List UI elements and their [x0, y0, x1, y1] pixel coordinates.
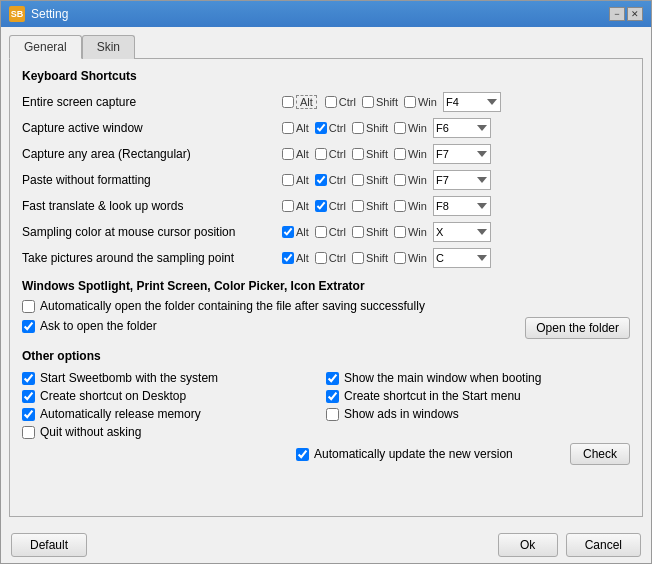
ctrl-checkbox-4[interactable] [315, 174, 327, 186]
ask-open-checkbox[interactable] [22, 320, 35, 333]
ctrl-label-6: Ctrl [329, 226, 346, 238]
shortcut-row-7: Take pictures around the sampling point … [22, 247, 630, 269]
tab-general[interactable]: General [9, 35, 82, 59]
ctrl-checkbox-2[interactable] [315, 122, 327, 134]
key-select-5[interactable]: F8F1 [433, 196, 491, 216]
alt-checkbox-2[interactable] [282, 122, 294, 134]
auto-open-checkbox[interactable] [22, 300, 35, 313]
alt-label-2: Alt [296, 122, 309, 134]
win-label-2: Win [408, 122, 427, 134]
start-system-checkbox[interactable] [22, 372, 35, 385]
alt-checkbox-4[interactable] [282, 174, 294, 186]
shortcut-label-6: Sampling color at mouse cursor position [22, 225, 282, 239]
alt-checkbox-7[interactable] [282, 252, 294, 264]
win-mod-7: Win [394, 252, 427, 264]
win-mod-2: Win [394, 122, 427, 134]
check-button[interactable]: Check [570, 443, 630, 465]
ctrl-mod-5: Ctrl [315, 200, 346, 212]
shortcut-row-1: Entire screen capture Alt Ctrl Shift [22, 91, 630, 113]
shortcut-row-4: Paste without formatting Alt Ctrl Shi [22, 169, 630, 191]
alt-checkbox-1[interactable] [282, 96, 294, 108]
show-ads-checkbox[interactable] [326, 408, 339, 421]
alt-checkbox-3[interactable] [282, 148, 294, 160]
shift-checkbox-3[interactable] [352, 148, 364, 160]
window-content: General Skin Keyboard Shortcuts Entire s… [1, 27, 651, 525]
shift-checkbox-1[interactable] [362, 96, 374, 108]
ctrl-checkbox-1[interactable] [325, 96, 337, 108]
alt-mod-7: Alt [282, 252, 309, 264]
open-folder-button[interactable]: Open the folder [525, 317, 630, 339]
close-button[interactable]: ✕ [627, 7, 643, 21]
modifier-group-3: Alt Ctrl Shift Win [282, 144, 630, 164]
key-select-3[interactable]: F7F1 [433, 144, 491, 164]
start-system-label: Start Sweetbomb with the system [40, 371, 218, 385]
shortcut-label-4: Paste without formatting [22, 173, 282, 187]
auto-update-checkbox[interactable] [296, 448, 309, 461]
settings-window: SB Setting − ✕ General Skin Keyboard Sho… [0, 0, 652, 564]
win-checkbox-5[interactable] [394, 200, 406, 212]
key-select-1[interactable]: F4F1F2F3F5 [443, 92, 501, 112]
win-mod-1: Win [404, 96, 437, 108]
shift-mod-2: Shift [352, 122, 388, 134]
win-label-3: Win [408, 148, 427, 160]
alt-label-6: Alt [296, 226, 309, 238]
shift-label-5: Shift [366, 200, 388, 212]
win-checkbox-3[interactable] [394, 148, 406, 160]
key-select-4[interactable]: F7F1 [433, 170, 491, 190]
win-checkbox-1[interactable] [404, 96, 416, 108]
window-title: Setting [31, 7, 68, 21]
key-select-2[interactable]: F6F1 [433, 118, 491, 138]
win-label-7: Win [408, 252, 427, 264]
modifier-group-4: Alt Ctrl Shift Win [282, 170, 630, 190]
shift-mod-6: Shift [352, 226, 388, 238]
ctrl-checkbox-3[interactable] [315, 148, 327, 160]
other-row-6: Create shortcut in the Start menu [326, 389, 630, 403]
win-checkbox-2[interactable] [394, 122, 406, 134]
minimize-button[interactable]: − [609, 7, 625, 21]
alt-checkbox-5[interactable] [282, 200, 294, 212]
release-memory-checkbox[interactable] [22, 408, 35, 421]
win-mod-6: Win [394, 226, 427, 238]
tab-skin[interactable]: Skin [82, 35, 135, 59]
shift-checkbox-6[interactable] [352, 226, 364, 238]
shift-checkbox-7[interactable] [352, 252, 364, 264]
shift-mod-7: Shift [352, 252, 388, 264]
win-checkbox-7[interactable] [394, 252, 406, 264]
spotlight-title: Windows Spotlight, Print Screen, Color P… [22, 279, 630, 293]
key-select-6[interactable]: XY [433, 222, 491, 242]
quit-asking-checkbox[interactable] [22, 426, 35, 439]
ok-button[interactable]: Ok [498, 533, 558, 557]
desktop-shortcut-checkbox[interactable] [22, 390, 35, 403]
main-window-booting-checkbox[interactable] [326, 372, 339, 385]
cancel-button[interactable]: Cancel [566, 533, 641, 557]
shift-mod-1: Shift [362, 96, 398, 108]
tab-bar: General Skin [9, 35, 643, 59]
other-row-2: Create shortcut on Desktop [22, 389, 326, 403]
win-checkbox-4[interactable] [394, 174, 406, 186]
start-menu-shortcut-checkbox[interactable] [326, 390, 339, 403]
shortcut-label-1: Entire screen capture [22, 95, 282, 109]
shift-checkbox-5[interactable] [352, 200, 364, 212]
other-row-3: Automatically release memory [22, 407, 326, 421]
win-label-1: Win [418, 96, 437, 108]
modifier-group-5: Alt Ctrl Shift Win [282, 196, 630, 216]
shift-mod-3: Shift [352, 148, 388, 160]
ctrl-mod-6: Ctrl [315, 226, 346, 238]
ctrl-checkbox-7[interactable] [315, 252, 327, 264]
default-button[interactable]: Default [11, 533, 87, 557]
show-ads-label: Show ads in windows [344, 407, 459, 421]
ctrl-checkbox-6[interactable] [315, 226, 327, 238]
shortcut-row-3: Capture any area (Rectangular) Alt Ctrl [22, 143, 630, 165]
shortcut-row-6: Sampling color at mouse cursor position … [22, 221, 630, 243]
shift-checkbox-4[interactable] [352, 174, 364, 186]
alt-checkbox-6[interactable] [282, 226, 294, 238]
title-bar-left: SB Setting [9, 6, 68, 22]
shift-label-4: Shift [366, 174, 388, 186]
ctrl-label-4: Ctrl [329, 174, 346, 186]
win-checkbox-6[interactable] [394, 226, 406, 238]
auto-open-label: Automatically open the folder containing… [40, 299, 425, 313]
quit-asking-label: Quit without asking [40, 425, 141, 439]
shift-checkbox-2[interactable] [352, 122, 364, 134]
key-select-7[interactable]: CD [433, 248, 491, 268]
ctrl-checkbox-5[interactable] [315, 200, 327, 212]
